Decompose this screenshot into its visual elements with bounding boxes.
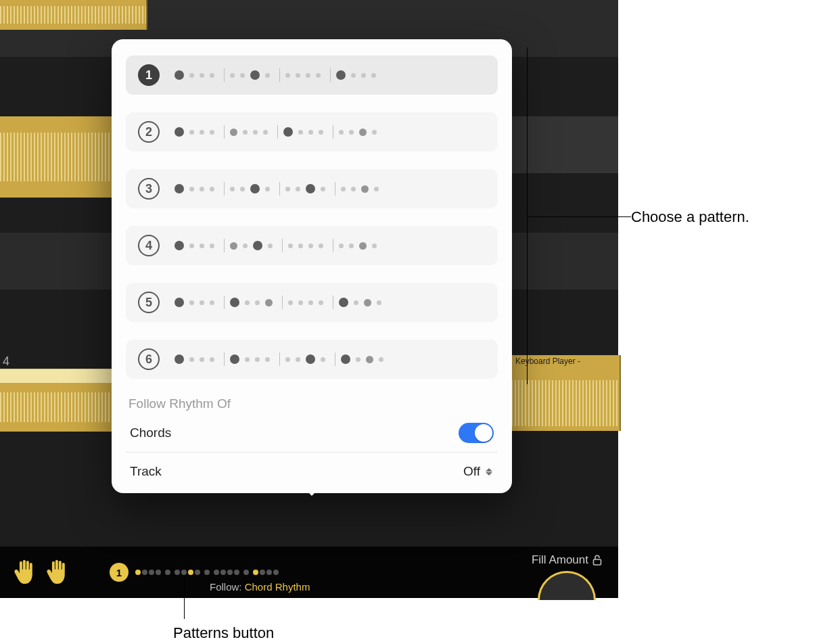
pattern-dots [174,182,383,196]
pattern-dots [174,352,388,366]
svg-rect-0 [594,559,601,565]
pattern-number-badge: 1 [110,563,129,582]
audio-region[interactable] [0,116,115,198]
pattern-dots [174,239,381,252]
follow-track-value: Off [463,464,480,479]
right-hand-icon[interactable] [41,555,73,590]
pattern-row[interactable]: 1 [126,55,498,95]
follow-chords-label: Chords [130,426,171,440]
ruler-tick-label: 4 [3,354,9,369]
pattern-row[interactable]: 5 [126,283,498,322]
pattern-number: 5 [138,292,160,313]
pattern-dots [174,68,380,82]
fill-amount-knob[interactable] [538,571,596,600]
left-hand-icon[interactable] [8,555,41,590]
follow-summary: Follow: Chord Rhythm [210,581,310,593]
unlock-icon [592,555,602,566]
session-player-bar: 1 Follow: Chord Rhythm Fill Amount [0,547,618,598]
pattern-number: 3 [138,178,160,200]
pattern-number: 4 [138,235,160,256]
pattern-row[interactable]: 3 [126,169,498,208]
fill-amount-label: Fill Amount [532,553,588,567]
updown-icon [484,465,494,479]
follow-chords-switch[interactable] [459,423,494,443]
follow-track-select[interactable]: Off [463,464,494,479]
audio-region[interactable] [0,0,147,30]
follow-chords-row: Chords [126,414,498,452]
pattern-number: 2 [138,121,160,143]
pattern-row[interactable]: 2 [126,112,498,152]
midi-region[interactable]: Keyboard Player - [511,355,621,431]
follow-track-label: Track [130,464,162,479]
pattern-number: 6 [138,348,160,370]
pattern-row[interactable]: 4 [126,226,498,265]
pattern-preview [135,570,279,575]
region-name: Keyboard Player - [515,356,580,366]
pattern-row[interactable]: 6 [126,340,498,379]
pattern-dots [174,125,381,139]
callout-patterns-button: Patterns button [173,624,274,642]
follow-rhythm-title: Follow Rhythm Of [126,396,498,411]
pattern-dots [174,296,386,309]
follow-track-row: Track Off [126,452,498,490]
pattern-number: 1 [138,64,160,86]
patterns-button[interactable]: 1 [110,563,279,582]
callout-choose-pattern: Choose a pattern. [631,208,749,226]
fill-amount-control[interactable]: Fill Amount [532,553,602,600]
patterns-popover: 123456 Follow Rhythm Of Chords Track Off [112,39,512,493]
